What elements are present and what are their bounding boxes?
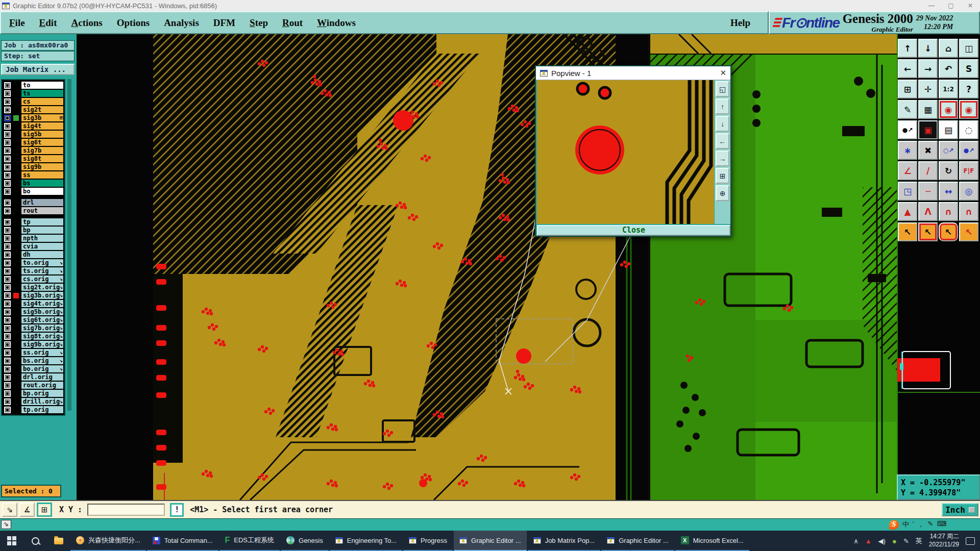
negative-layers-button[interactable]: ▣ xyxy=(918,120,938,139)
ime-keyboard-icon[interactable]: ⌨ xyxy=(937,520,946,529)
start-button[interactable] xyxy=(0,531,23,551)
move-to-layer-button[interactable]: ●↗ xyxy=(959,141,978,160)
view-up-button[interactable]: ↑ xyxy=(898,39,917,58)
layer-checkbox-rout[interactable] xyxy=(4,208,11,214)
gpu-tray-icon[interactable]: ▲ xyxy=(865,537,872,545)
layer-checkbox-drl[interactable] xyxy=(4,199,11,206)
menu-analysis[interactable]: Analysis xyxy=(164,17,199,29)
layer-checkbox-sig7b[interactable] xyxy=(4,147,11,154)
layer-checkbox-cs[interactable] xyxy=(4,98,11,105)
layer-checkbox-sig3b[interactable] xyxy=(4,115,11,121)
layer-checkbox-cs.orig[interactable] xyxy=(4,276,11,283)
layer-checkbox-bp.orig[interactable] xyxy=(4,390,11,397)
layer-row-drill.orig[interactable]: drill.orig↘ xyxy=(3,397,64,406)
layer-row-sig2t[interactable]: sig2t xyxy=(3,106,64,114)
layer-row-tp.orig[interactable]: tp.orig xyxy=(3,406,64,414)
menu-actions[interactable]: Actions xyxy=(71,17,102,29)
layer-row-sig2t.orig[interactable]: sig2t.orig↘ xyxy=(3,283,64,291)
close-button[interactable]: ✕ xyxy=(961,0,980,11)
layer-checkbox-sig8t[interactable] xyxy=(4,156,11,162)
grid-snap-button[interactable]: ⊞ xyxy=(37,503,52,517)
layer-row-cs.orig[interactable]: cs.orig↘ xyxy=(3,275,64,283)
window-xy-button[interactable]: ◫ xyxy=(959,39,978,58)
taskbar-app-microsoft-excel-[interactable]: XMicrosoft Excel... xyxy=(675,531,749,551)
layer-checkbox-sig2t.orig[interactable] xyxy=(4,284,11,291)
popview-viewport[interactable] xyxy=(537,80,714,224)
layer-checkbox-sig3b.orig[interactable] xyxy=(4,292,11,299)
ime-language-indicator[interactable]: 英 xyxy=(916,536,922,545)
taskbar-app-graphic-editor-[interactable]: Graphic Editor ... xyxy=(454,531,527,551)
layer-row-sig4t.orig[interactable]: sig4t.orig↘ xyxy=(3,299,64,308)
layer-checkbox-ts.orig[interactable] xyxy=(4,268,11,274)
taskbar-app-total-comman-[interactable]: Total Comman... xyxy=(147,531,218,551)
ime-lang-chinese[interactable]: 中 xyxy=(902,520,909,529)
file-explorer-button[interactable] xyxy=(47,531,70,551)
arc-mode-4-button[interactable]: ∩ xyxy=(959,202,978,221)
taskbar-app-genesis[interactable]: Genesis xyxy=(281,531,329,551)
layer-context-1-button[interactable]: ◉ xyxy=(939,100,958,119)
layer-checkbox-bs[interactable] xyxy=(4,180,11,187)
layer-row-rout[interactable]: rout xyxy=(3,207,64,215)
delete-button[interactable]: ✖ xyxy=(918,141,938,160)
layer-row-sig5b.orig[interactable]: sig5b.orig↘ xyxy=(3,308,64,316)
arc-mode-1-button[interactable]: ▲ xyxy=(898,202,917,221)
layer-row-bp.orig[interactable]: bp.orig xyxy=(3,389,64,397)
layer-checkbox-bo[interactable] xyxy=(4,188,11,195)
minimize-button[interactable]: — xyxy=(922,0,941,11)
popview-pan-center-button[interactable]: ⊕ xyxy=(716,185,729,201)
layer-checkbox-sig4t[interactable] xyxy=(4,123,11,130)
resize-corner-button[interactable]: ⇘ xyxy=(1,520,11,529)
layer-row-ss[interactable]: ss xyxy=(3,171,64,179)
serpentine-view-button[interactable]: S xyxy=(959,59,978,78)
popview-pan-up-button[interactable]: ↑ xyxy=(716,98,729,114)
layer-row-sig6t.orig[interactable]: sig6t.orig↘ xyxy=(3,316,64,324)
grid-toggle-button[interactable]: ▦ xyxy=(918,100,938,119)
snap-mode-button[interactable]: ⇘ xyxy=(2,503,17,517)
layer-checkbox-sig8t.orig[interactable] xyxy=(4,333,11,340)
popview-titlebar[interactable]: Popview - 1 ✕ xyxy=(536,66,730,80)
layer-checkbox-sig2t[interactable] xyxy=(4,107,11,113)
layer-row-bo[interactable]: bo xyxy=(3,187,64,195)
line-style-button[interactable]: ╌ xyxy=(918,182,938,201)
layer-checkbox-bp[interactable] xyxy=(4,227,11,234)
layer-row-sig9b.orig[interactable]: sig9b.orig↘ xyxy=(3,340,64,348)
layer-row-bs.orig[interactable]: bs.orig↘ xyxy=(3,357,64,365)
pcb-canvas[interactable] xyxy=(77,34,897,500)
mirror-button[interactable]: F|F xyxy=(959,161,978,180)
view-right-button[interactable]: → xyxy=(918,59,938,78)
layer-row-dh[interactable]: dh xyxy=(3,251,64,259)
taskbar-app-graphic-editor-[interactable]: Graphic Editor ... xyxy=(601,531,674,551)
ime-comma-mode[interactable]: ， xyxy=(917,520,924,529)
menu-step[interactable]: Step xyxy=(250,17,268,29)
detach-popview-button[interactable]: ◱ xyxy=(716,81,729,97)
layer-checkbox-cvia[interactable] xyxy=(4,243,11,250)
pen-tray-icon[interactable]: ✎ xyxy=(903,537,909,545)
job-matrix-button[interactable]: Job Matrix ... xyxy=(1,64,75,75)
layer-checkbox-to.orig[interactable] xyxy=(4,260,11,266)
units-button[interactable]: Inch xyxy=(942,503,978,516)
layer-row-drl[interactable]: drl xyxy=(3,198,64,207)
search-button[interactable] xyxy=(23,531,47,551)
layer-checkbox-to[interactable] xyxy=(4,82,11,89)
menu-help[interactable]: Help xyxy=(730,17,750,29)
select-cursor-button[interactable]: ↖ xyxy=(898,222,917,241)
ime-pen-icon[interactable]: ✎ xyxy=(927,520,933,529)
frame-select-cursor-button[interactable]: ↖ xyxy=(918,222,938,241)
pad-exchange-button[interactable]: ◳ xyxy=(898,182,917,201)
layer-row-sig3b.orig[interactable]: sig3b.orig↘ xyxy=(3,291,64,299)
menu-options[interactable]: Options xyxy=(117,17,150,29)
copy-to-layer-button[interactable]: ○↗ xyxy=(939,141,958,160)
layer-row-to.orig[interactable]: to.orig↘ xyxy=(3,259,64,267)
layer-row-sig5b[interactable]: sig5b xyxy=(3,130,64,138)
layer-checkbox-sig9b[interactable] xyxy=(4,164,11,170)
layer-list-scrollbar[interactable] xyxy=(67,79,71,411)
view-left-button[interactable]: ← xyxy=(898,59,917,78)
layer-row-sig4t[interactable]: sig4t xyxy=(3,122,64,130)
layer-checkbox-ts[interactable] xyxy=(4,90,11,97)
layer-row-npth[interactable]: npth xyxy=(3,234,64,242)
popview-close-x[interactable]: ✕ xyxy=(720,68,726,78)
arc-mode-3-button[interactable]: ∩ xyxy=(939,202,958,221)
layer-row-rout.orig[interactable]: rout.orig xyxy=(3,381,64,389)
popview-zoom-fit-button[interactable]: ⊞ xyxy=(716,168,729,184)
layer-checkbox-sig5b[interactable] xyxy=(4,131,11,138)
